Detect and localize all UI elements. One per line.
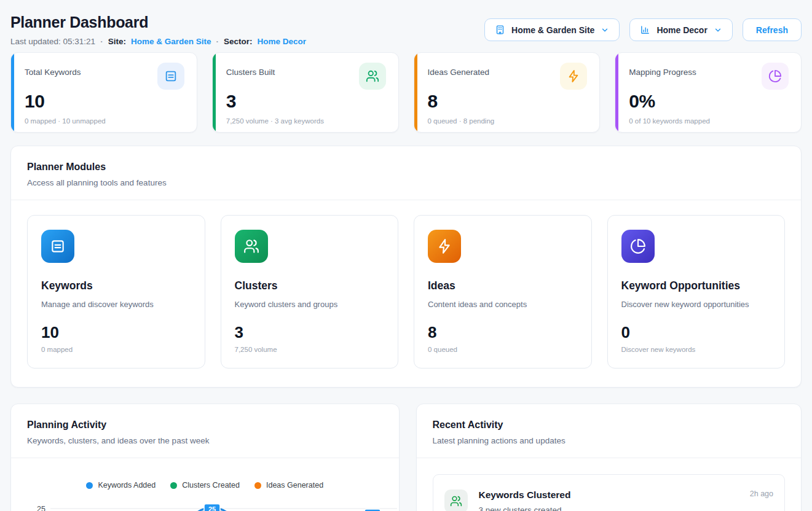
stat-value: 3 — [226, 91, 386, 112]
section-title: Planning Activity — [27, 419, 383, 431]
module-description: Discover new keyword opportunities — [621, 300, 771, 309]
activity-text: Keywords Clustered 2h ago 3 new clusters… — [479, 490, 774, 511]
modules-grid: Keywords Manage and discover keywords 10… — [11, 200, 801, 387]
module-description: Manage and discover keywords — [41, 300, 191, 309]
accent-bar — [615, 53, 618, 132]
stat-card-ideas-generated: Ideas Generated 8 0 queued · 8 pending — [414, 52, 601, 133]
module-card-ideas[interactable]: Ideas Content ideas and concepts 8 0 que… — [414, 215, 592, 369]
accent-bar — [213, 53, 216, 132]
section-subtitle: Access all planning tools and features — [27, 178, 785, 187]
section-subtitle: Keywords, clusters, and ideas over the p… — [27, 436, 383, 445]
stat-label: Ideas Generated — [428, 68, 490, 77]
section-title: Planner Modules — [27, 162, 785, 173]
legend-dot — [170, 482, 177, 489]
stat-card-mapping-progress: Mapping Progress 0% 0 of 10 keywords map… — [615, 52, 802, 133]
sector-link[interactable]: Home Decor — [257, 37, 306, 46]
module-description: Content ideas and concepts — [428, 300, 578, 309]
building-icon — [495, 25, 505, 35]
last-updated-text: Last updated: 05:31:21 — [10, 37, 95, 46]
activity-title: Keywords Clustered — [479, 490, 571, 501]
module-value: 10 — [41, 323, 191, 342]
refresh-button[interactable]: Refresh — [743, 18, 802, 41]
svg-text:25: 25 — [208, 505, 216, 511]
stat-value: 8 — [428, 91, 588, 112]
module-value: 8 — [428, 323, 578, 342]
bar-chart-icon — [640, 25, 650, 35]
legend-label: Ideas Generated — [266, 481, 323, 490]
activity-timestamp: 2h ago — [750, 490, 773, 498]
module-title: Keywords — [41, 279, 191, 292]
stat-card-clusters-built: Clusters Built 3 7,250 volume · 3 avg ke… — [212, 52, 399, 133]
zap-icon — [560, 63, 587, 90]
planner-dashboard-page: Planner Dashboard Last updated: 05:31:21… — [0, 0, 812, 511]
module-sub: 0 mapped — [41, 346, 191, 353]
data-label-25: 25 — [204, 504, 220, 511]
chevron-down-icon — [714, 26, 722, 34]
recent-activity-panel: Recent Activity Latest planning actions … — [416, 404, 802, 511]
bottom-row: Planning Activity Keywords, clusters, an… — [10, 404, 802, 511]
chevron-down-icon — [601, 26, 609, 34]
zap-icon — [428, 230, 461, 263]
legend-label: Clusters Created — [182, 481, 240, 490]
legend-item-keywords-added[interactable]: Keywords Added — [86, 481, 156, 490]
stat-sub: 0 of 10 keywords mapped — [629, 117, 789, 125]
topbar: Planner Dashboard Last updated: 05:31:21… — [10, 0, 802, 46]
stat-value: 10 — [25, 91, 184, 112]
module-title: Keyword Opportunities — [621, 279, 771, 292]
site-selector-dropdown[interactable]: Home & Garden Site — [484, 18, 620, 41]
chart-legend: Keywords Added Clusters Created Ideas Ge… — [11, 481, 399, 490]
module-card-keywords[interactable]: Keywords Manage and discover keywords 10… — [27, 215, 205, 369]
activity-item-keywords-clustered[interactable]: Keywords Clustered 2h ago 3 new clusters… — [433, 474, 786, 511]
module-title: Ideas — [428, 279, 578, 292]
chart-area: Keywords Added Clusters Created Ideas Ge… — [11, 458, 399, 511]
users-icon — [359, 63, 386, 90]
stat-sub: 7,250 volume · 3 avg keywords — [226, 117, 386, 125]
stat-sub: 0 queued · 8 pending — [428, 117, 588, 125]
site-link[interactable]: Home & Garden Site — [131, 37, 211, 46]
dot-separator: · — [100, 37, 103, 46]
planning-activity-panel: Planning Activity Keywords, clusters, an… — [10, 404, 400, 511]
users-icon — [444, 490, 468, 511]
activity-line-chart: 25 25 24 — [27, 496, 397, 511]
stat-label: Clusters Built — [226, 68, 275, 77]
module-sub: 0 queued — [428, 346, 578, 353]
stats-row: Total Keywords 10 0 mapped · 10 unmapped… — [10, 52, 802, 133]
sector-selector-dropdown[interactable]: Home Decor — [629, 18, 732, 41]
legend-item-ideas-generated[interactable]: Ideas Generated — [254, 481, 323, 490]
activity-list: Keywords Clustered 2h ago 3 new clusters… — [417, 458, 802, 511]
legend-item-clusters-created[interactable]: Clusters Created — [170, 481, 240, 490]
module-card-clusters[interactable]: Clusters Keyword clusters and groups 3 7… — [221, 215, 399, 369]
sector-label: Sector: — [224, 37, 253, 46]
users-icon — [235, 230, 268, 263]
module-description: Keyword clusters and groups — [235, 300, 385, 309]
module-value: 3 — [235, 323, 385, 342]
dot-separator: · — [216, 37, 219, 46]
activity-description: 3 new clusters created — [479, 505, 774, 511]
accent-bar — [414, 53, 417, 132]
meta-row: Last updated: 05:31:21 · Site: Home & Ga… — [10, 37, 306, 46]
module-sub: Discover new keywords — [621, 346, 771, 353]
pie-chart-icon — [621, 230, 655, 263]
list-icon — [41, 230, 74, 263]
section-title: Recent Activity — [433, 419, 786, 431]
y-axis-tick: 25 — [37, 505, 45, 511]
module-card-keyword-opportunities[interactable]: Keyword Opportunities Discover new keywo… — [607, 215, 786, 369]
legend-dot — [86, 482, 93, 489]
module-sub: 7,250 volume — [235, 346, 385, 353]
legend-label: Keywords Added — [98, 481, 156, 490]
topbar-actions: Home & Garden Site Home Decor Refresh — [484, 18, 802, 41]
stat-label: Total Keywords — [25, 68, 81, 77]
site-label: Site: — [108, 37, 126, 46]
module-value: 0 — [621, 323, 771, 342]
stat-sub: 0 mapped · 10 unmapped — [25, 117, 184, 125]
module-title: Clusters — [235, 279, 385, 292]
topbar-left: Planner Dashboard Last updated: 05:31:21… — [10, 14, 306, 46]
stat-card-total-keywords: Total Keywords 10 0 mapped · 10 unmapped — [10, 52, 197, 133]
site-selector-label: Home & Garden Site — [511, 25, 594, 35]
page-title: Planner Dashboard — [10, 14, 306, 31]
sector-selector-label: Home Decor — [656, 25, 707, 35]
legend-dot — [254, 482, 261, 489]
stat-label: Mapping Progress — [629, 68, 696, 77]
accent-bar — [11, 53, 14, 132]
pie-chart-icon — [762, 63, 789, 90]
